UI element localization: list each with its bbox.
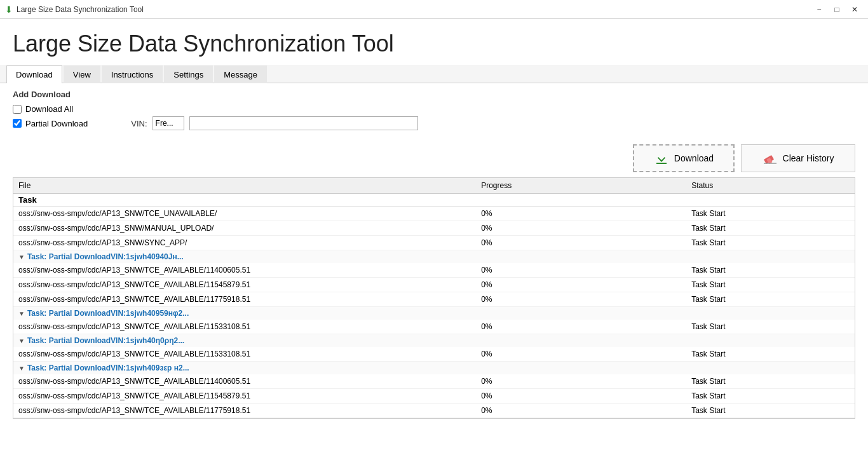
cell-file-1: oss://snw-oss-smpv/cdc/AP13_SNW/MANUAL_U… [13, 221, 476, 236]
download-button-label: Download [674, 153, 714, 163]
table-row: oss://snw-oss-smpv/cdc/AP13_SNW/TCE_AVAI… [13, 263, 855, 278]
cell-progress-0: 0% [476, 207, 686, 221]
cell-file-8: oss://snw-oss-smpv/cdc/AP13_SNW/TCE_AVAI… [13, 320, 476, 334]
cell-status-10: Task Start [686, 347, 855, 362]
table-row: oss://snw-oss-smpv/cdc/AP13_SNW/SYNC_APP… [13, 236, 855, 250]
col-header-status: Status [686, 178, 855, 194]
tab-view[interactable]: View [64, 65, 100, 83]
cell-progress-13: 0% [476, 389, 686, 404]
tab-bar: Download View Instructions Settings Mess… [0, 65, 868, 83]
table-row: oss://snw-oss-smpv/cdc/AP13_SNW/TCE_AVAI… [13, 320, 855, 334]
task-title-3[interactable]: ▼Task: Partial DownloadVIN:1sjwh40940Jн.… [18, 252, 184, 261]
tab-message[interactable]: Message [214, 65, 267, 83]
cell-progress-14: 0% [476, 404, 686, 418]
download-all-checkbox[interactable] [13, 105, 22, 114]
table-header-row: File Progress Status [13, 178, 855, 194]
download-all-label: Download All [25, 104, 73, 114]
table-row: oss://snw-oss-smpv/cdc/AP13_SNW/TCE_AVAI… [13, 347, 855, 362]
svg-rect-1 [656, 163, 667, 164]
title-bar-text: Large Size Data Synchronization Tool [17, 5, 144, 14]
cell-status-8: Task Start [686, 320, 855, 334]
task-table: File Progress Status Task oss://snw-oss-… [13, 178, 855, 418]
maximize-button[interactable]: □ [829, 3, 845, 17]
task-label: Task [13, 194, 855, 207]
task-header-row: ▼Task: Partial DownloadVIN:1sjwh40η0ρη2.… [13, 334, 855, 348]
cell-status-1: Task Start [686, 221, 855, 236]
table-row: oss://snw-oss-smpv/cdc/AP13_SNW/TCE_AVAI… [13, 404, 855, 418]
table-body: Task oss://snw-oss-smpv/cdc/AP13_SNW/TCE… [13, 194, 855, 418]
partial-download-checkbox[interactable] [13, 119, 22, 128]
col-header-progress: Progress [476, 178, 686, 194]
download-all-option[interactable]: Download All [13, 104, 855, 114]
table-row: oss://snw-oss-smpv/cdc/AP13_SNW/MANUAL_U… [13, 221, 855, 236]
task-title-9[interactable]: ▼Task: Partial DownloadVIN:1sjwh40η0ρη2.… [18, 336, 184, 345]
cell-status-5: Task Start [686, 278, 855, 292]
tab-download[interactable]: Download [6, 65, 62, 83]
cell-file-12: oss://snw-oss-smpv/cdc/AP13_SNW/TCE_AVAI… [13, 374, 476, 389]
col-header-file: File [13, 178, 476, 194]
cell-status-4: Task Start [686, 263, 855, 278]
cell-status-13: Task Start [686, 389, 855, 404]
cell-progress-5: 0% [476, 278, 686, 292]
partial-download-label: Partial Download [25, 119, 88, 128]
table-row: oss://snw-oss-smpv/cdc/AP13_SNW/TCE_AVAI… [13, 278, 855, 292]
cell-progress-1: 0% [476, 221, 686, 236]
cell-file-0: oss://snw-oss-smpv/cdc/AP13_SNW/TCE_UNAV… [13, 207, 476, 221]
table-wrapper: File Progress Status Task oss://snw-oss-… [13, 177, 855, 456]
cell-status-0: Task Start [686, 207, 855, 221]
eraser-icon [763, 151, 778, 166]
minimize-button[interactable]: − [811, 3, 827, 17]
task-header-row: ▼Task: Partial DownloadVIN:1sjwh40959нφ2… [13, 307, 855, 320]
cell-progress-8: 0% [476, 320, 686, 334]
cell-progress-4: 0% [476, 263, 686, 278]
title-bar-left: ⬇ Large Size Data Synchronization Tool [5, 4, 144, 15]
task-header-row: ▼Task: Partial DownloadVIN:1sjwh40940Jн.… [13, 250, 855, 264]
download-button[interactable]: Download [633, 144, 735, 172]
tab-settings[interactable]: Settings [164, 65, 213, 83]
table-row: oss://snw-oss-smpv/cdc/AP13_SNW/TCE_UNAV… [13, 207, 855, 221]
cell-file-5: oss://snw-oss-smpv/cdc/AP13_SNW/TCE_AVAI… [13, 278, 476, 292]
table-row: oss://snw-oss-smpv/cdc/AP13_SNW/TCE_AVAI… [13, 374, 855, 389]
cell-progress-12: 0% [476, 374, 686, 389]
partial-download-option[interactable]: Partial Download [13, 119, 88, 128]
cell-file-13: oss://snw-oss-smpv/cdc/AP13_SNW/TCE_AVAI… [13, 389, 476, 404]
cell-file-2: oss://snw-oss-smpv/cdc/AP13_SNW/SYNC_APP… [13, 236, 476, 250]
content-area: Add Download Download All Partial Downlo… [0, 83, 868, 462]
svg-marker-0 [658, 153, 665, 162]
clear-history-button[interactable]: Clear History [741, 144, 855, 172]
clear-history-button-label: Clear History [783, 153, 834, 163]
add-download-label: Add Download [13, 90, 855, 99]
tab-instructions[interactable]: Instructions [102, 65, 163, 83]
cell-file-6: oss://snw-oss-smpv/cdc/AP13_SNW/TCE_AVAI… [13, 292, 476, 307]
cell-file-4: oss://snw-oss-smpv/cdc/AP13_SNW/TCE_AVAI… [13, 263, 476, 278]
title-bar-controls: − □ ✕ [811, 3, 863, 17]
action-row: Download Clear History [13, 144, 855, 172]
close-button[interactable]: ✕ [846, 3, 863, 17]
app-icon: ⬇ [5, 4, 13, 15]
cell-status-2: Task Start [686, 236, 855, 250]
cell-file-10: oss://snw-oss-smpv/cdc/AP13_SNW/TCE_AVAI… [13, 347, 476, 362]
table-row: oss://snw-oss-smpv/cdc/AP13_SNW/TCE_AVAI… [13, 292, 855, 307]
vin-label: VIN: [131, 119, 147, 128]
cell-progress-10: 0% [476, 347, 686, 362]
task-title-11[interactable]: ▼Task: Partial DownloadVIN:1sjwh409зεр н… [18, 363, 189, 372]
cell-status-12: Task Start [686, 374, 855, 389]
task-section-label: Task [13, 194, 855, 207]
cell-status-14: Task Start [686, 404, 855, 418]
title-bar: ⬇ Large Size Data Synchronization Tool −… [0, 0, 868, 19]
app-title: Large Size Data Synchronization Tool [0, 19, 868, 65]
vin-input-large[interactable] [189, 116, 418, 130]
options-section: Download All Partial Download VIN: [13, 104, 855, 130]
task-header-row: ▼Task: Partial DownloadVIN:1sjwh409зεр н… [13, 362, 855, 375]
main-window: Large Size Data Synchronization Tool Dow… [0, 19, 868, 462]
cell-progress-6: 0% [476, 292, 686, 307]
table-row: oss://snw-oss-smpv/cdc/AP13_SNW/TCE_AVAI… [13, 389, 855, 404]
cell-status-6: Task Start [686, 292, 855, 307]
task-table-container[interactable]: File Progress Status Task oss://snw-oss-… [13, 177, 855, 419]
cell-file-14: oss://snw-oss-smpv/cdc/AP13_SNW/TCE_AVAI… [13, 404, 476, 418]
task-title-7[interactable]: ▼Task: Partial DownloadVIN:1sjwh40959нφ2… [18, 309, 189, 318]
cell-progress-2: 0% [476, 236, 686, 250]
download-icon [654, 151, 669, 166]
vin-input-small[interactable] [153, 116, 184, 130]
